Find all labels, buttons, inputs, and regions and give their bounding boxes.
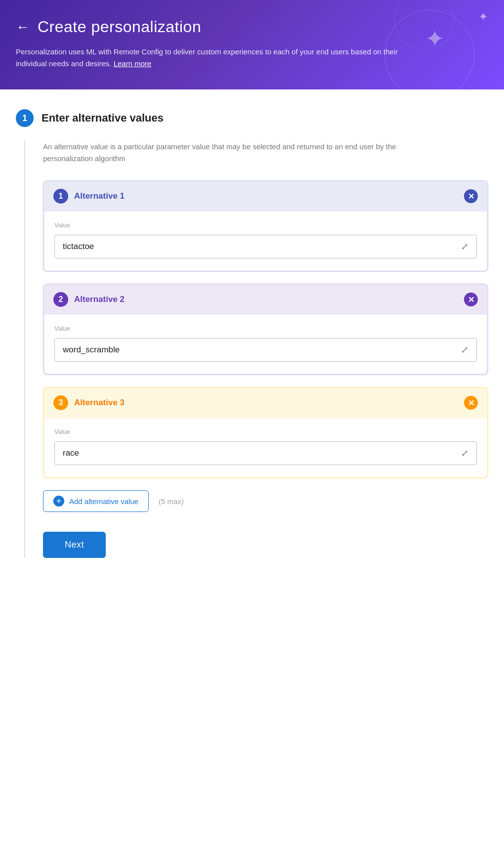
alternative-card-1: 1 Alternative 1 ✕ Value tictactoe ⤢ (43, 180, 488, 272)
remove-alternative-1-button[interactable]: ✕ (464, 189, 478, 203)
back-button[interactable]: ← (16, 20, 30, 34)
alt-title-row-2: 2 Alternative 2 (53, 292, 125, 307)
value-input-wrapper-1[interactable]: tictactoe ⤢ (54, 235, 477, 258)
step-badge: 1 (16, 109, 34, 127)
sparkle-small-icon: ✦ (478, 10, 488, 24)
alt-card-header-2: 2 Alternative 2 ✕ (43, 284, 488, 315)
max-label: (5 max) (159, 497, 184, 506)
value-label-2: Value (54, 325, 477, 332)
alt-title-row-1: 1 Alternative 1 (53, 189, 125, 204)
header-description: Personalization uses ML with Remote Conf… (16, 46, 401, 70)
alt-badge-3: 3 (53, 395, 68, 410)
expand-icon-1[interactable]: ⤢ (461, 241, 468, 252)
learn-more-link[interactable]: Learn more (114, 59, 152, 68)
value-input-2[interactable]: word_scramble (63, 345, 120, 355)
add-plus-icon: + (53, 496, 64, 507)
add-alternative-button[interactable]: + Add alternative value (43, 490, 149, 512)
next-button[interactable]: Next (43, 532, 106, 558)
alt-card-header-3: 3 Alternative 3 ✕ (43, 387, 488, 418)
alt-card-body-2: Value word_scramble ⤢ (44, 315, 487, 374)
alternative-card-2: 2 Alternative 2 ✕ Value word_scramble ⤢ (43, 284, 488, 375)
alt-card-header-1: 1 Alternative 1 ✕ (43, 181, 488, 212)
remove-alternative-2-button[interactable]: ✕ (464, 293, 478, 306)
value-input-wrapper-3[interactable]: race ⤢ (54, 441, 477, 465)
alt-label-1: Alternative 1 (74, 191, 125, 201)
alt-card-body-1: Value tictactoe ⤢ (44, 212, 487, 270)
step-header: 1 Enter alternative values (16, 109, 488, 127)
step-description: An alternative value is a particular par… (43, 141, 428, 165)
alternative-card-3: 3 Alternative 3 ✕ Value race ⤢ (43, 387, 488, 478)
alt-card-body-3: Value race ⤢ (44, 418, 487, 477)
main-content: 1 Enter alternative values An alternativ… (0, 89, 504, 850)
value-input-1[interactable]: tictactoe (63, 242, 94, 252)
value-label-3: Value (54, 428, 477, 435)
alt-badge-1: 1 (53, 189, 68, 204)
alt-label-2: Alternative 2 (74, 295, 125, 304)
value-input-wrapper-2[interactable]: word_scramble ⤢ (54, 338, 477, 362)
step-content: An alternative value is a particular par… (24, 141, 488, 558)
page-title: Create personalization (38, 18, 201, 36)
add-alternative-label: Add alternative value (69, 497, 138, 506)
add-alternative-row: + Add alternative value (5 max) (43, 490, 488, 512)
alt-title-row-3: 3 Alternative 3 (53, 395, 125, 410)
alt-badge-2: 2 (53, 292, 68, 307)
value-label-1: Value (54, 221, 477, 229)
step-title: Enter alternative values (42, 112, 164, 125)
sparkle-large-icon: ✦ (425, 25, 445, 52)
value-input-3[interactable]: race (63, 448, 79, 458)
expand-icon-2[interactable]: ⤢ (461, 344, 468, 355)
alt-label-3: Alternative 3 (74, 398, 125, 408)
page-header: ← Create personalization Personalization… (0, 0, 504, 89)
remove-alternative-3-button[interactable]: ✕ (464, 396, 478, 410)
expand-icon-3[interactable]: ⤢ (461, 448, 468, 459)
